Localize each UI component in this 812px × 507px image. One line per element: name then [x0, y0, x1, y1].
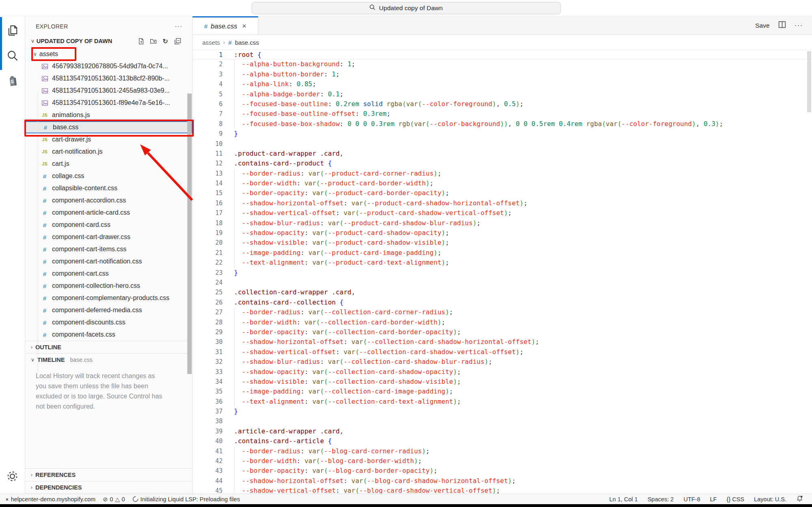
breadcrumb[interactable]: assets › # base.css	[193, 35, 812, 50]
file-item[interactable]: #component-cart-items.css	[25, 243, 192, 255]
problems-item[interactable]: ⊘ 0 △ 0	[103, 496, 125, 503]
code-line[interactable]: 32 --shadow-blur-radius: var(--collectio…	[193, 357, 812, 367]
code-line[interactable]: 25.collection-card-wrapper .card,	[193, 287, 812, 297]
file-item[interactable]: #component-deferred-media.css	[25, 304, 192, 316]
code-line[interactable]: 9}	[193, 129, 812, 139]
code-line[interactable]: 12.contains-card--product {	[193, 159, 812, 168]
code-line[interactable]: 17 --shadow-vertical-offset: var(--produ…	[193, 208, 812, 218]
file-item[interactable]: #component-cart.css	[25, 268, 192, 280]
code-line[interactable]: 39.article-card-wrapper .card,	[193, 426, 812, 436]
breadcrumb-folder[interactable]: assets	[202, 39, 220, 46]
code-line[interactable]: 24	[193, 278, 812, 287]
code-line[interactable]: 41 --border-radius: var(--blog-card-corn…	[193, 446, 812, 456]
project-search-pill[interactable]: Updated copy of Dawn	[251, 2, 561, 14]
file-item[interactable]: #component-cart-notification.css	[25, 255, 192, 268]
code-line[interactable]: 5 --alpha-badge-border: 0.1;	[193, 89, 812, 99]
file-item[interactable]: 456799381920678805-54d9d7fa-0c74...	[25, 60, 192, 72]
remote-host-item[interactable]: ›‹ helpcenter-demo.myshopify.com	[6, 496, 95, 503]
save-button[interactable]: Save	[755, 22, 769, 29]
code-line[interactable]: 36 --text-alignment: var(--collection-ca…	[193, 397, 812, 407]
code-line[interactable]: 44 --shadow-horizontal-offset: var(--blo…	[193, 476, 812, 486]
code-line[interactable]: 40.contains-card--article {	[193, 436, 812, 446]
code-line[interactable]: 11.product-card-wrapper .card,	[193, 149, 812, 159]
file-item[interactable]: #component-card.css	[25, 219, 192, 231]
code-line[interactable]: 35 --image-padding: var(--collection-car…	[193, 387, 812, 396]
file-item[interactable]: JScart-drawer.js	[25, 133, 192, 146]
folder-assets[interactable]: ∨ assets	[25, 48, 192, 60]
code-line[interactable]: 43 --border-opacity: var(--blog-card-bor…	[193, 466, 812, 476]
code-line[interactable]: 26.contains-card--collection {	[193, 298, 812, 307]
file-item[interactable]: #component-cart-drawer.css	[25, 231, 192, 243]
code-line[interactable]: 8 --focused-base-box-shadow: 0 0 0 0.3re…	[193, 119, 812, 129]
search-view-button[interactable]	[0, 44, 25, 69]
code-line[interactable]: 19 --shadow-opacity: var(--product-card-…	[193, 228, 812, 238]
timeline-panel-header[interactable]: ∨ TIMELINE base.css	[25, 353, 192, 366]
dependencies-panel-header[interactable]: › DEPENDENCIES	[25, 481, 192, 494]
split-editor-icon[interactable]	[778, 20, 786, 30]
code-line[interactable]: 34 --shadow-visible: var(--collection-ca…	[193, 377, 812, 387]
code-line[interactable]: 14 --border-width: var(--product-card-bo…	[193, 178, 812, 188]
file-item[interactable]: 458113547910513601-2455a983-03e9...	[25, 85, 192, 97]
code-line[interactable]: 21 --image-padding: var(--product-card-i…	[193, 248, 812, 258]
code-line[interactable]: 30 --shadow-horizontal-offset: var(--col…	[193, 337, 812, 347]
file-item[interactable]: #base.css	[25, 121, 192, 133]
file-item[interactable]: #collage.css	[25, 170, 192, 182]
code-line[interactable]: 28 --border-width: var(--collection-card…	[193, 318, 812, 327]
notifications-bell-icon[interactable]	[796, 495, 803, 503]
file-item[interactable]: JScart.js	[25, 158, 192, 170]
code-line[interactable]: 42 --border-width: var(--blog-card-borde…	[193, 456, 812, 466]
code-line[interactable]: 18 --shadow-blur-radius: var(--product-c…	[193, 218, 812, 228]
code-editor[interactable]: 1:root {2 --alpha-button-background: 1;3…	[193, 50, 812, 494]
file-item[interactable]: 458113547910513601-313b8cf2-890b-...	[25, 72, 192, 85]
code-line[interactable]: 3 --alpha-button-border: 1;	[193, 70, 812, 79]
status-item[interactable]: LF	[710, 496, 717, 503]
file-item[interactable]: #collapsible-content.css	[25, 182, 192, 194]
status-item[interactable]: Layout: U.S.	[754, 496, 786, 503]
code-line[interactable]: 1:root {	[193, 50, 812, 59]
file-item[interactable]: #component-accordion.css	[25, 194, 192, 207]
close-icon[interactable]: ×	[242, 22, 247, 30]
code-line[interactable]: 38	[193, 416, 812, 426]
project-section-header[interactable]: ∨ UPDATED COPY OF DAWN ↻	[25, 34, 192, 48]
explorer-more-icon[interactable]: ···	[175, 23, 182, 30]
file-item[interactable]: 458113547910513601-f89e4e7a-5e16-...	[25, 97, 192, 109]
tree-scrollbar[interactable]	[187, 94, 192, 374]
code-line[interactable]: 29 --border-opacity: var(--collection-ca…	[193, 327, 812, 337]
status-item[interactable]: UTF-8	[684, 496, 700, 503]
file-item[interactable]: JSanimations.js	[25, 109, 192, 121]
more-actions-icon[interactable]: ···	[795, 22, 803, 30]
code-line[interactable]: 27 --border-radius: var(--collection-car…	[193, 307, 812, 317]
file-item[interactable]: #component-article-card.css	[25, 207, 192, 219]
breadcrumb-file[interactable]: base.css	[235, 39, 259, 46]
code-line[interactable]: 4 --alpha-link: 0.85;	[193, 79, 812, 89]
refresh-icon[interactable]: ↻	[162, 37, 169, 45]
lsp-status-item[interactable]: Initializing Liquid LSP: Preloading file…	[132, 496, 240, 503]
code-line[interactable]: 7 --focused-base-outline-offset: 0.3rem;	[193, 109, 812, 119]
file-item[interactable]: #component-collection-hero.css	[25, 280, 192, 292]
tab-base-css[interactable]: # base.css ×	[193, 16, 258, 35]
code-line[interactable]: 31 --shadow-vertical-offset: var(--colle…	[193, 347, 812, 357]
new-folder-icon[interactable]	[149, 37, 157, 45]
status-item[interactable]: {} CSS	[727, 496, 745, 503]
editor-scrollbar[interactable]	[807, 51, 811, 112]
shopify-view-button[interactable]: S	[0, 69, 25, 94]
code-line[interactable]: 33 --shadow-opacity: var(--collection-ca…	[193, 367, 812, 377]
file-item[interactable]: #component-facets.css	[25, 329, 192, 341]
status-item[interactable]: Spaces: 2	[647, 496, 674, 503]
references-panel-header[interactable]: › REFERENCES	[25, 468, 192, 481]
code-line[interactable]: 16 --shadow-horizontal-offset: var(--pro…	[193, 198, 812, 208]
file-item[interactable]: #component-complementary-products.css	[25, 292, 192, 304]
code-line[interactable]: 20 --shadow-visible: var(--product-card-…	[193, 238, 812, 248]
collapse-folders-icon[interactable]	[174, 37, 181, 45]
code-line[interactable]: 37}	[193, 407, 812, 416]
code-line[interactable]: 6 --focused-base-outline: 0.2rem solid r…	[193, 99, 812, 109]
code-line[interactable]: 23}	[193, 268, 812, 278]
code-line[interactable]: 13 --border-radius: var(--product-card-c…	[193, 169, 812, 178]
outline-panel-header[interactable]: › OUTLINE	[25, 341, 192, 353]
explorer-view-button[interactable]	[0, 19, 25, 44]
code-line[interactable]: 45 --shadow-vertical-offset: var(--blog-…	[193, 486, 812, 494]
code-line[interactable]: 15 --border-opacity: var(--product-card-…	[193, 188, 812, 198]
status-item[interactable]: Ln 1, Col 1	[609, 496, 638, 503]
code-line[interactable]: 2 --alpha-button-background: 1;	[193, 59, 812, 69]
settings-button[interactable]	[0, 464, 25, 490]
